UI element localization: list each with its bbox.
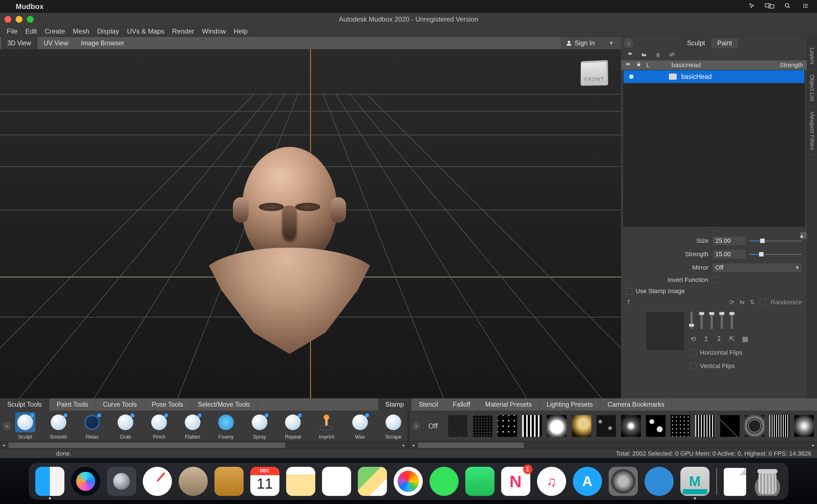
tab-uv-view[interactable]: UV View (37, 37, 75, 49)
stamp-off[interactable]: Off (423, 415, 443, 437)
merge-layer-icon[interactable] (668, 51, 676, 58)
menu-edit[interactable]: Edit (25, 27, 37, 35)
up-arrow-icon[interactable]: ↥ (703, 335, 709, 343)
tab-curve-tools[interactable]: Curve Tools (96, 398, 144, 411)
tab-sculpt[interactable]: Sculpt (681, 38, 711, 48)
stamp-stripes[interactable] (522, 415, 542, 437)
dock-launchpad[interactable] (107, 467, 136, 496)
mirror-select[interactable]: Off (712, 263, 802, 272)
dock-contacts[interactable] (215, 467, 244, 496)
down-arrow-icon[interactable]: ↧ (716, 335, 722, 343)
hflip-checkbox[interactable] (691, 350, 697, 356)
stamp-cloud-warm[interactable] (571, 415, 591, 437)
stamp-flare[interactable] (621, 415, 641, 437)
vflip-checkbox[interactable] (691, 363, 697, 369)
tool-spray[interactable]: Spray (248, 412, 271, 440)
strength-slider[interactable] (750, 251, 802, 257)
dock-news[interactable]: 1 (501, 467, 530, 496)
menu-window[interactable]: Window (202, 27, 226, 35)
tab-falloff[interactable]: Falloff (446, 398, 478, 411)
tool-scrape[interactable]: Scrape (382, 412, 405, 440)
stamp-spots[interactable] (646, 415, 666, 437)
dock-itunes[interactable] (537, 467, 566, 496)
tool-sculpt[interactable]: Sculpt (14, 412, 36, 440)
dock-app-store[interactable] (573, 467, 602, 496)
tab-pose-tools[interactable]: Pose Tools (144, 398, 191, 411)
panel-expand-button[interactable]: › (624, 38, 633, 48)
tool-relax[interactable]: Relax (81, 412, 103, 440)
dock-finder[interactable] (35, 467, 64, 496)
dock-safari[interactable] (143, 467, 172, 496)
tab-material-presets[interactable]: Material Presets (478, 398, 539, 411)
sidestrip-layers[interactable]: Layers (809, 43, 815, 70)
dock-messages[interactable] (429, 467, 459, 496)
tab-camera-bookmarks[interactable]: Camera Bookmarks (600, 398, 672, 411)
mesh-basic-head[interactable] (242, 147, 379, 354)
stamp-cloud[interactable] (546, 415, 567, 437)
tool-flatten[interactable]: Flatten (181, 412, 204, 440)
stamp-refresh-icon[interactable]: ⟳ (729, 299, 734, 306)
menubar-app-name[interactable]: Mudbox (16, 2, 44, 11)
stamp-flip-h-icon[interactable]: ⇆ (740, 299, 745, 306)
tool-grab[interactable]: Grab (114, 412, 137, 440)
new-layer-icon[interactable] (626, 51, 634, 58)
tab-3d-view[interactable]: 3D View (1, 37, 37, 49)
size-slider[interactable] (750, 238, 802, 244)
view-cube[interactable]: FRONT (580, 60, 608, 86)
rotate-icon[interactable]: ⟲ (691, 335, 696, 343)
minimize-window-button[interactable] (16, 16, 22, 23)
stamp-flip-v-icon[interactable]: ⇅ (750, 299, 755, 306)
layer-visibility-dot[interactable] (629, 74, 634, 79)
tool-wax[interactable]: Wax (349, 412, 371, 440)
falloff-sliders[interactable] (691, 312, 748, 329)
tab-sculpt-tools[interactable]: Sculpt Tools (0, 398, 50, 411)
stamp-dots[interactable] (670, 415, 691, 437)
sculpt-strip-scrollbar[interactable]: ◂▸ (0, 441, 407, 449)
menu-display[interactable]: Display (97, 27, 119, 35)
open-folder-icon[interactable] (640, 51, 648, 58)
tab-paint-tools[interactable]: Paint Tools (50, 398, 96, 411)
zoom-window-button[interactable] (27, 16, 34, 23)
panel-resize-grip[interactable]: ┈┈┈┈ (621, 229, 807, 232)
use-stamp-checkbox[interactable] (626, 288, 632, 294)
dock-system-preferences[interactable] (609, 467, 638, 496)
menu-mesh[interactable]: Mesh (73, 27, 89, 35)
control-center-icon[interactable] (801, 2, 810, 11)
dock-trash[interactable] (753, 467, 782, 496)
dock-reminders[interactable] (322, 467, 351, 496)
sidestrip-viewport-filters[interactable]: Viewport Filters (809, 107, 815, 155)
stamp-swirl[interactable] (745, 415, 765, 437)
grid-icon[interactable]: ▦ (742, 335, 748, 343)
sidestrip-object-list[interactable]: Object List (809, 70, 815, 106)
cursor-icon[interactable] (747, 2, 757, 11)
menu-render[interactable]: Render (172, 27, 194, 35)
stamp-vlines2[interactable] (769, 415, 789, 437)
spotlight-icon[interactable] (783, 2, 792, 11)
dock-siri[interactable] (71, 467, 100, 496)
menu-help[interactable]: Help (234, 27, 248, 35)
stamp-preview[interactable] (646, 312, 685, 351)
size-input[interactable]: 25.00 (712, 236, 746, 246)
layer-list[interactable]: basicHead (623, 70, 805, 227)
tab-stamp[interactable]: Stamp (378, 398, 411, 411)
dock-mudbox[interactable]: MUD (680, 467, 710, 496)
stamp-strip-scrollbar[interactable]: ◂▸ (410, 441, 817, 449)
tab-stencil[interactable]: Stencil (412, 398, 446, 411)
stamp-strip-scroll-left[interactable]: › (412, 422, 420, 430)
tool-repeat[interactable]: Repeat (282, 412, 304, 440)
strip-scroll-left[interactable]: › (3, 422, 11, 430)
dock-facetime[interactable] (465, 467, 494, 496)
tab-lighting-presets[interactable]: Lighting Presets (539, 398, 600, 411)
stamp-scratch[interactable] (720, 415, 740, 437)
tab-image-browser[interactable]: Image Browser (75, 37, 131, 49)
dock-mail[interactable] (178, 467, 208, 496)
invert-function-checkbox[interactable] (712, 277, 718, 283)
dock-calendar[interactable]: DEC11 (250, 467, 280, 496)
dock-document[interactable] (724, 468, 746, 496)
tool-imprint[interactable]: Imprint (315, 412, 338, 440)
displays-icon[interactable] (765, 2, 774, 11)
tab-select-move-tools[interactable]: Select/Move Tools (191, 398, 258, 411)
stamp-burst[interactable] (794, 415, 814, 437)
sign-in-button[interactable]: Sign In ▼ (561, 37, 621, 49)
dock-photos[interactable] (394, 467, 423, 496)
